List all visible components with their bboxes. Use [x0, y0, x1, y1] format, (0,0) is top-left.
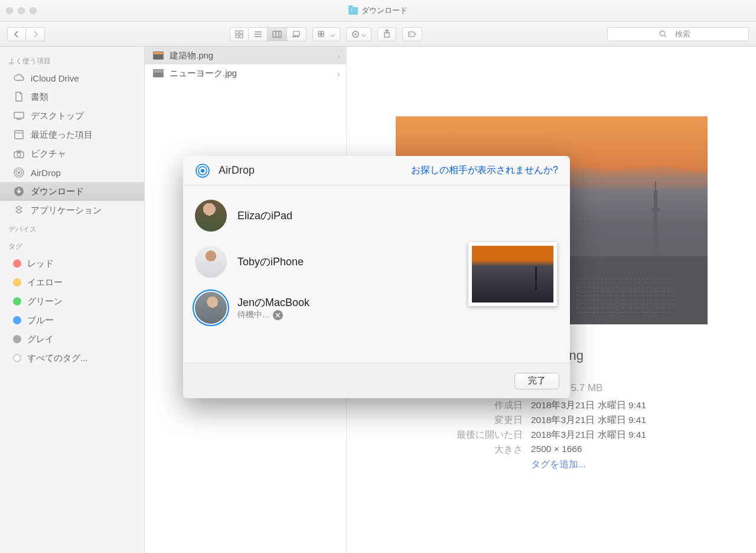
- downloads-folder-icon: [348, 7, 358, 15]
- done-button[interactable]: 完了: [514, 373, 559, 389]
- file-thumbnail-icon: [153, 69, 164, 77]
- window-title: ダウンロード: [361, 5, 408, 16]
- share-button[interactable]: [377, 27, 396, 41]
- arrange-button[interactable]: ⌵: [312, 27, 340, 41]
- sidebar-item-documents[interactable]: 書類: [0, 87, 144, 106]
- svg-rect-27: [15, 131, 23, 139]
- devices-header: デバイス: [0, 220, 144, 237]
- icon-view-button[interactable]: [230, 27, 249, 41]
- tag-red[interactable]: レッド: [0, 254, 144, 273]
- tag-label: レッド: [27, 258, 54, 269]
- preview-metadata: 作成日 2018年3月21日 水曜日 9:41 変更日 2018年3月21日 水…: [457, 399, 646, 471]
- window-controls: [6, 7, 37, 14]
- toolbar: ⌵ ⌵: [0, 22, 756, 47]
- meta-key: 変更日: [457, 414, 523, 427]
- search-icon: [659, 30, 667, 38]
- airdrop-contact[interactable]: JenのMacBook 待機中...: [188, 285, 450, 331]
- sheet-thumbnail: [468, 242, 557, 306]
- arrange-icon: [318, 31, 328, 38]
- close-dot[interactable]: [6, 7, 13, 14]
- airdrop-icon: [195, 163, 210, 178]
- airdrop-contact[interactable]: ElizaのiPad: [188, 193, 450, 239]
- tag-blue[interactable]: ブルー: [0, 311, 144, 330]
- airdrop-contacts: ElizaのiPad TobyのiPhone JenのMacBook 待機中..…: [183, 186, 455, 363]
- document-icon: [13, 91, 25, 103]
- sidebar-item-pictures[interactable]: ピクチャ: [0, 144, 144, 163]
- download-icon: [13, 186, 25, 197]
- desktop-icon: [13, 110, 25, 122]
- sidebar-item-recents[interactable]: 最近使った項目: [0, 125, 144, 144]
- airdrop-contact[interactable]: TobyのiPhone: [188, 239, 450, 285]
- meta-key: 最後に開いた日: [457, 429, 523, 441]
- grid-icon: [235, 30, 243, 38]
- tag-green[interactable]: グリーン: [0, 292, 144, 311]
- cancel-transfer-button[interactable]: [273, 310, 283, 320]
- svg-rect-0: [236, 31, 239, 34]
- sidebar-item-airdrop[interactable]: AirDrop: [0, 163, 144, 182]
- svg-rect-25: [14, 112, 24, 118]
- file-name: 建築物.png: [170, 50, 213, 61]
- file-row[interactable]: 建築物.png: [145, 47, 346, 64]
- meta-value: 2500 × 1666: [531, 444, 646, 456]
- sheet-help-link[interactable]: お探しの相手が表示されませんか?: [411, 164, 558, 177]
- tag-yellow[interactable]: イエロー: [0, 273, 144, 292]
- action-button[interactable]: ⌵: [346, 27, 372, 41]
- column-view-button[interactable]: [268, 27, 287, 41]
- zoom-dot[interactable]: [30, 7, 37, 14]
- tag-label: ブルー: [27, 315, 54, 326]
- svg-point-34: [18, 171, 20, 174]
- sidebar-item-icloud[interactable]: iCloud Drive: [0, 69, 144, 87]
- share-icon: [383, 30, 390, 38]
- sidebar-item-desktop[interactable]: デスクトップ: [0, 106, 144, 125]
- search-input[interactable]: [607, 27, 749, 41]
- view-buttons: [230, 27, 307, 41]
- svg-point-31: [17, 153, 21, 157]
- columns-icon: [272, 31, 282, 38]
- chevron-left-icon: [14, 31, 19, 38]
- sidebar-item-label: AirDrop: [31, 168, 61, 178]
- file-name: ニューヨーク.jpg: [170, 68, 237, 79]
- svg-rect-16: [318, 34, 321, 37]
- contact-status-row: 待機中...: [237, 310, 309, 320]
- meta-key: 大きさ: [457, 444, 523, 456]
- tags-header: タグ: [0, 237, 144, 254]
- tag-dot-icon: [13, 259, 21, 268]
- tag-dot-icon: [13, 278, 21, 287]
- svg-point-22: [410, 34, 411, 35]
- tags-button[interactable]: [402, 27, 422, 41]
- chevron-right-icon: [32, 31, 38, 38]
- tag-gray[interactable]: グレイ: [0, 330, 144, 349]
- svg-rect-14: [318, 31, 321, 34]
- tag-dot-icon: [13, 335, 21, 343]
- svg-point-19: [354, 33, 356, 35]
- tag-label: イエロー: [27, 277, 63, 288]
- sheet-header: AirDrop お探しの相手が表示されませんか?: [183, 156, 570, 186]
- svg-point-38: [201, 169, 204, 173]
- tag-icon: [408, 31, 417, 38]
- recent-icon: [13, 129, 25, 141]
- sidebar-item-downloads[interactable]: ダウンロード: [0, 182, 144, 201]
- forward-button[interactable]: [26, 27, 45, 41]
- camera-icon: [13, 148, 25, 160]
- window-title-area: ダウンロード: [37, 5, 719, 16]
- svg-rect-12: [295, 36, 296, 37]
- back-button[interactable]: [7, 27, 26, 41]
- tag-label: すべてのタグ...: [27, 353, 88, 364]
- svg-rect-1: [240, 31, 243, 34]
- close-icon: [275, 313, 281, 318]
- sheet-title: AirDrop: [219, 164, 255, 177]
- gallery-view-button[interactable]: [287, 27, 307, 41]
- tag-all[interactable]: すべてのタグ...: [0, 349, 144, 367]
- svg-line-24: [664, 35, 666, 37]
- svg-point-23: [660, 31, 664, 35]
- minimize-dot[interactable]: [18, 7, 25, 14]
- titlebar: ダウンロード: [0, 0, 756, 22]
- apps-icon: [13, 204, 25, 216]
- cloud-icon: [13, 72, 25, 84]
- sidebar-item-applications[interactable]: アプリケーション: [0, 201, 144, 220]
- sheet-preview: [455, 186, 570, 363]
- file-row[interactable]: ニューヨーク.jpg: [145, 64, 346, 82]
- meta-value: 2018年3月21日 水曜日 9:41: [531, 414, 646, 427]
- add-tag-link[interactable]: タグを追加...: [531, 459, 586, 469]
- list-view-button[interactable]: [249, 27, 268, 41]
